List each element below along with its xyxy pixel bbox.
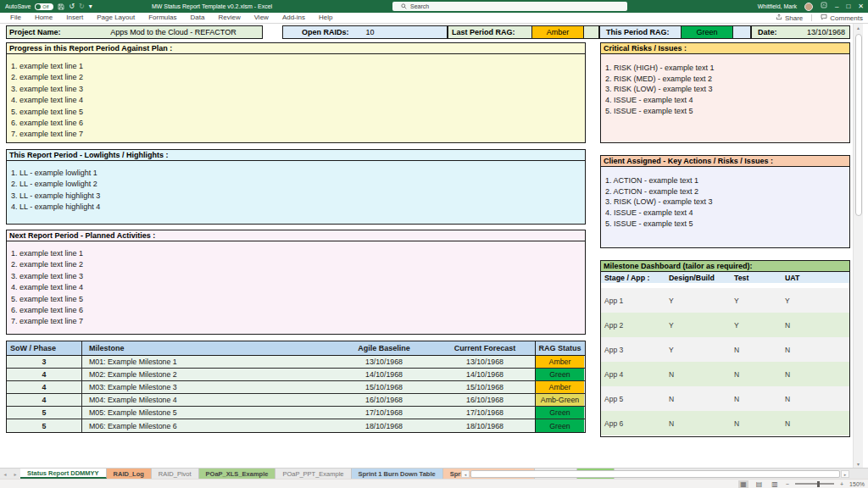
sheet-tab-sprint1-burn-down-table[interactable]: Sprint 1 Burn Down Table bbox=[352, 469, 443, 479]
next-period-line[interactable]: 6. example text line 6 bbox=[11, 305, 585, 316]
scroll-down-icon[interactable]: ▾ bbox=[854, 461, 863, 467]
cell-current-forecast[interactable]: 16/10/1968 bbox=[435, 396, 535, 404]
cell-current-forecast[interactable]: 13/10/1968 bbox=[435, 358, 535, 366]
cell-current-forecast[interactable]: 14/10/1968 bbox=[435, 370, 535, 379]
cell-rag-status[interactable]: Green bbox=[535, 369, 584, 380]
this-period-rag-label-cell[interactable]: This Period RAG: bbox=[600, 28, 681, 36]
cell-milestone[interactable]: M02: Example Milestone 2 bbox=[82, 370, 333, 379]
zoom-slider-knob[interactable] bbox=[817, 481, 820, 487]
vscroll-thumb[interactable] bbox=[855, 34, 862, 216]
next-period-line[interactable]: 4. example text line 4 bbox=[11, 282, 585, 293]
dash-design-value[interactable]: N bbox=[669, 370, 734, 379]
date-label-cell[interactable]: Date: bbox=[752, 28, 807, 36]
dash-design-value[interactable]: Y bbox=[669, 346, 734, 354]
col-header-milestone[interactable]: Milestone bbox=[82, 344, 333, 352]
cell-agile-baseline[interactable]: 16/10/1968 bbox=[333, 396, 435, 404]
hscroll-right-arrow[interactable]: ▸ bbox=[841, 470, 849, 478]
cell-agile-baseline[interactable]: 18/10/1968 bbox=[333, 422, 435, 430]
cell-milestone[interactable]: M01: Example Milestone 1 bbox=[82, 358, 333, 366]
dash-design-value[interactable]: Y bbox=[669, 297, 734, 305]
progress-line[interactable]: 7. example text line 7 bbox=[11, 129, 585, 140]
progress-line[interactable]: 6. example text line 6 bbox=[11, 118, 585, 129]
ribbon-tab-add-ins[interactable]: Add-ins bbox=[275, 13, 312, 23]
zoom-slider[interactable] bbox=[795, 483, 834, 485]
cell-agile-baseline[interactable]: 17/10/1968 bbox=[333, 408, 435, 417]
client-line[interactable]: 3. RISK (LOW) - example text 3 bbox=[605, 197, 849, 208]
next-period-section-title[interactable]: Next Report Period - Planned Activities … bbox=[7, 230, 585, 241]
dash-col-design-build[interactable]: Design/Build bbox=[669, 274, 734, 282]
dash-col-test[interactable]: Test bbox=[734, 274, 785, 282]
ribbon-tab-help[interactable]: Help bbox=[312, 13, 339, 23]
cell-rag-status[interactable]: Green bbox=[535, 407, 584, 419]
dash-col-stage-app[interactable]: Stage / App : bbox=[601, 274, 669, 282]
dash-app-label[interactable]: App 6 bbox=[601, 419, 669, 428]
search-box[interactable]: Search bbox=[392, 2, 627, 11]
page-layout-view-icon[interactable]: ▤ bbox=[754, 480, 765, 488]
sheet-tab-status-report[interactable]: Status Report DDMMYY bbox=[20, 469, 107, 479]
dashboard-title[interactable]: Milestone Dashboard (tailor as required)… bbox=[601, 261, 849, 272]
zoom-out-icon[interactable]: − bbox=[786, 481, 789, 487]
next-period-line[interactable]: 1. example text line 1 bbox=[11, 248, 585, 259]
dash-design-value[interactable]: Y bbox=[669, 321, 734, 330]
autosave-toggle[interactable]: Off bbox=[35, 3, 53, 10]
dash-test-value[interactable]: N bbox=[734, 370, 785, 379]
maximize-button[interactable]: □ bbox=[846, 3, 850, 11]
dash-test-value[interactable]: Y bbox=[734, 321, 785, 330]
cell-sow-phase[interactable]: 3 bbox=[7, 356, 82, 368]
progress-line[interactable]: 5. example text line 5 bbox=[11, 107, 585, 118]
normal-view-icon[interactable]: ▦ bbox=[738, 480, 748, 488]
next-period-line[interactable]: 7. example text line 7 bbox=[11, 316, 585, 327]
ribbon-tab-view[interactable]: View bbox=[248, 13, 275, 23]
cell-agile-baseline[interactable]: 14/10/1968 bbox=[333, 370, 435, 379]
progress-line[interactable]: 3. example text line 3 bbox=[11, 84, 585, 95]
comments-button[interactable]: Comments bbox=[821, 14, 863, 22]
lowlights-section-title[interactable]: This Report Period - Lowlights / Highlig… bbox=[7, 150, 585, 161]
page-break-view-icon[interactable]: ▥ bbox=[770, 480, 780, 488]
dash-app-label[interactable]: App 4 bbox=[601, 370, 669, 379]
sheet-tab-raid-pivot[interactable]: RAID_Pivot bbox=[152, 469, 199, 479]
ribbon-tab-formulas[interactable]: Formulas bbox=[142, 13, 183, 23]
cell-milestone[interactable]: M05: Example Milestone 5 bbox=[82, 408, 333, 417]
dash-test-value[interactable]: N bbox=[734, 419, 785, 428]
zoom-level[interactable]: 150% bbox=[849, 481, 865, 487]
client-line[interactable]: 5. ISSUE - example text 5 bbox=[605, 219, 849, 230]
ribbon-display-options-icon[interactable] bbox=[821, 2, 827, 11]
client-line[interactable]: 4. ISSUE - example text 4 bbox=[605, 208, 849, 219]
dash-design-value[interactable]: N bbox=[669, 419, 734, 428]
horizontal-scrollbar[interactable]: ◂ ▸ bbox=[461, 470, 849, 478]
cell-milestone[interactable]: M06: Example Milestone 6 bbox=[82, 422, 333, 430]
col-header-sow-phase[interactable]: SoW / Phase bbox=[7, 341, 82, 355]
cell-rag-status[interactable]: Amber bbox=[535, 381, 584, 393]
project-name-label-cell[interactable]: Project Name: bbox=[7, 28, 85, 36]
dash-test-value[interactable]: N bbox=[734, 395, 785, 403]
dash-test-value[interactable]: Y bbox=[734, 297, 785, 305]
critical-risks-section-title[interactable]: Critical Risks / Issues : bbox=[601, 43, 849, 54]
scroll-up-icon[interactable]: ▴ bbox=[854, 25, 863, 30]
cell-sow-phase[interactable]: 4 bbox=[7, 369, 82, 380]
cell-sow-phase[interactable]: 4 bbox=[7, 381, 82, 393]
lowlight-line[interactable]: 4. LL - example highlight 4 bbox=[11, 202, 585, 213]
col-header-agile-baseline[interactable]: Agile Baseline bbox=[333, 344, 435, 352]
last-period-rag-label-cell[interactable]: Last Period RAG: bbox=[448, 28, 531, 36]
this-period-rag-value-cell[interactable]: Green bbox=[681, 26, 733, 38]
next-period-line[interactable]: 5. example text line 5 bbox=[11, 294, 585, 305]
cell-sow-phase[interactable]: 4 bbox=[7, 394, 82, 406]
cell-milestone[interactable]: M04: Example Milestone 4 bbox=[82, 396, 333, 404]
risk-line[interactable]: 5. ISSUE - example text 5 bbox=[605, 106, 849, 117]
dash-uat-value[interactable]: N bbox=[785, 370, 849, 379]
ribbon-tab-insert[interactable]: Insert bbox=[59, 13, 90, 23]
hscroll-left-arrow[interactable]: ◂ bbox=[461, 470, 470, 478]
hscroll-thumb[interactable] bbox=[470, 470, 840, 478]
minimize-button[interactable]: – bbox=[835, 3, 838, 11]
cell-current-forecast[interactable]: 17/10/1968 bbox=[435, 408, 535, 417]
sheet-nav-left-icon[interactable]: ◂ bbox=[0, 469, 10, 479]
progress-line[interactable]: 4. example text line 4 bbox=[11, 95, 585, 106]
vertical-scrollbar[interactable]: ▴ ▾ bbox=[853, 24, 863, 468]
risk-line[interactable]: 1. RISK (HIGH) - example text 1 bbox=[605, 63, 849, 74]
lowlight-line[interactable]: 2. LL - example lowlight 2 bbox=[11, 179, 585, 190]
progress-section-title[interactable]: Progress in this Report Period Against P… bbox=[7, 43, 585, 54]
cell-current-forecast[interactable]: 15/10/1968 bbox=[435, 383, 535, 391]
dash-col-uat[interactable]: UAT bbox=[785, 274, 849, 282]
ribbon-tab-review[interactable]: Review bbox=[211, 13, 247, 23]
dash-test-value[interactable]: N bbox=[734, 346, 785, 354]
